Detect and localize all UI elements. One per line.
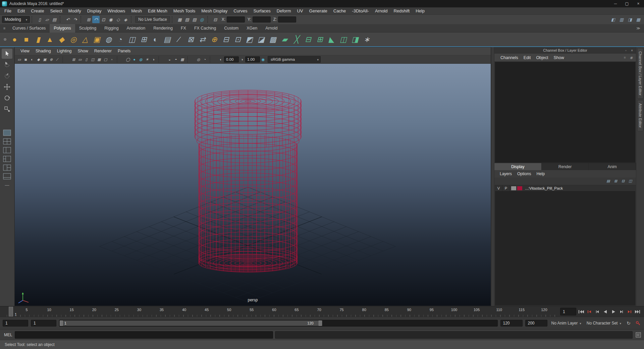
snap-to-view-planes-icon[interactable]: ◇ [114,16,122,23]
select-tool-button[interactable] [2,49,12,59]
layer-display-type-box[interactable] [511,186,516,190]
sidebar-vertical-tab[interactable]: Attribute Editor [637,100,643,131]
safe-action-icon[interactable]: ▢ [102,56,109,63]
layout-single-pane-button[interactable] [2,129,12,137]
command-input[interactable] [15,331,273,339]
menu-item[interactable]: Arnold [372,7,391,15]
new-empty-layer-icon[interactable]: ⊞ [613,178,619,184]
grid-toggle-icon[interactable]: ⊞ [70,56,77,63]
snap-to-projected-center-icon[interactable]: ◉ [107,16,114,23]
playback-start-field[interactable]: 1 [31,320,56,327]
x-coordinate-field[interactable] [227,16,245,22]
y-coordinate-field[interactable] [253,16,271,22]
ao-toggle-icon[interactable]: ◒ [166,56,173,63]
open-scene-icon[interactable]: ▱ [43,16,51,23]
field-chart-icon[interactable]: ▦ [96,56,102,63]
channel-box-menu-item[interactable]: Object [533,54,551,61]
poly-cylinder-icon[interactable]: ▮ [33,34,44,45]
play-forward-button[interactable] [610,308,617,315]
new-scene-icon[interactable]: ▯ [36,16,43,23]
viewport-menu-item[interactable]: View [17,47,33,55]
select-camera-icon[interactable]: ▭ [16,56,22,63]
current-frame-field[interactable]: 1 [560,308,576,315]
menu-item[interactable]: Help [413,7,428,15]
layer-color-swatch[interactable] [517,186,522,190]
shelf-tab[interactable]: Rigging [100,24,122,33]
shelf-tab[interactable]: Arnold [261,24,281,33]
menu-item[interactable]: Select [47,7,65,15]
channel-list-area[interactable] [495,62,636,163]
menu-item[interactable]: Mesh [128,7,145,15]
go-to-end-button[interactable] [634,308,641,315]
layer-playback-toggle[interactable]: P [502,185,510,191]
shelf-tab[interactable]: FX Caching [190,24,220,33]
pan-zoom-icon[interactable]: ⊕ [48,56,54,63]
playback-end-field[interactable]: 120 [500,320,523,327]
exposure-icon[interactable]: ◐ [218,56,224,63]
range-slider[interactable]: 1 120 [59,320,498,327]
viewport-menu-item[interactable]: Panels [115,47,133,55]
shelf-tab[interactable]: Polygons [50,24,75,33]
range-end-handle[interactable] [319,320,322,326]
layout-persp-outliner-button[interactable] [2,155,12,163]
project-curve-icon[interactable]: ◩ [244,34,255,45]
poly-sphere-icon[interactable]: ● [9,34,20,45]
menu-item[interactable]: Cache [330,7,349,15]
wireframe-mode-icon[interactable]: ◯ [125,56,131,63]
layout-split-vertical-button[interactable] [2,146,12,154]
anim-layer-dropdown[interactable]: No Anim Layer [550,321,583,326]
shelf-overflow-icon[interactable]: ≫ [635,25,641,31]
panel-splitter[interactable] [491,47,494,306]
scale-tool-button[interactable] [2,104,12,114]
shelf-tab[interactable]: XGen [243,24,261,33]
poly-platonic-icon[interactable]: ◆ [56,34,67,45]
script-editor-icon[interactable] [635,331,642,339]
maximize-button[interactable]: ▢ [621,0,633,7]
new-layer-from-selected-icon[interactable]: ⊟ [620,178,626,184]
menu-item[interactable]: Redshift [390,7,413,15]
menu-item[interactable]: Generate [306,7,330,15]
menuset-dropdown[interactable]: Modeling [2,16,30,23]
color-management-icon[interactable]: ◉ [260,56,266,63]
step-forward-frame-button[interactable] [618,308,625,315]
auto-keyframe-icon[interactable] [635,320,641,327]
shadows-mode-icon[interactable]: ◑ [150,56,157,63]
camera-attributes-icon[interactable]: ◐ [29,56,35,63]
menu-item[interactable]: Display [84,7,105,15]
channel-box-menu-item[interactable]: Show [551,54,567,61]
smooth-mesh-icon[interactable]: ◍ [103,34,114,45]
resolution-gate-icon[interactable]: ▯ [83,56,90,63]
viewport-menu-item[interactable]: Lighting [54,47,75,55]
multisample-icon[interactable]: ▩ [179,56,185,63]
layer-name[interactable]: ...:Vitastack_Pill_Pack [524,186,563,190]
menu-item[interactable]: Edit [14,7,28,15]
viewport-toolbar-icon[interactable] [210,56,216,63]
character-set-dropdown[interactable]: No Character Set [585,321,623,326]
menu-item[interactable]: Mesh Tools [170,7,199,15]
viewport-toolbar-icon[interactable] [158,56,165,63]
layer-editor-tab[interactable]: Display [494,163,542,170]
boolean-icon[interactable]: ◫ [126,34,138,45]
gamma-icon[interactable]: ◑ [239,56,245,63]
snap-to-grids-icon[interactable]: ⊞ [85,16,92,23]
layer-editor-menu-item[interactable]: Help [534,170,547,178]
tool-settings-icon[interactable]: ◨ [626,16,634,23]
poly-torus-icon[interactable]: ◎ [68,34,79,45]
sculpt-tool-icon[interactable]: ◐ [150,34,161,45]
animation-start-field[interactable]: 1 [3,320,28,327]
edit-layer-icon[interactable]: ▤ [605,178,611,184]
layout-four-pane-button[interactable] [2,138,12,145]
animation-preferences-icon[interactable]: ↻ [625,320,632,327]
shelf-tab[interactable]: Rendering [149,24,177,33]
viewport-toolbar-icon[interactable] [187,56,194,63]
isolate-select-icon[interactable]: ◎ [195,56,202,63]
menu-item[interactable]: -3DtoAll- [349,7,372,15]
shelf-tab[interactable]: FX [177,24,190,33]
rotate-tool-button[interactable] [2,93,12,103]
minimize-button[interactable]: ─ [610,0,621,7]
viewport-menu-item[interactable]: Show [75,47,91,55]
paint-select-tool-button[interactable] [2,71,12,81]
viewport-menu-item[interactable]: Shading [33,47,54,55]
pencil-curve-icon[interactable]: ∕ [173,34,184,45]
separator[interactable] [32,16,34,23]
